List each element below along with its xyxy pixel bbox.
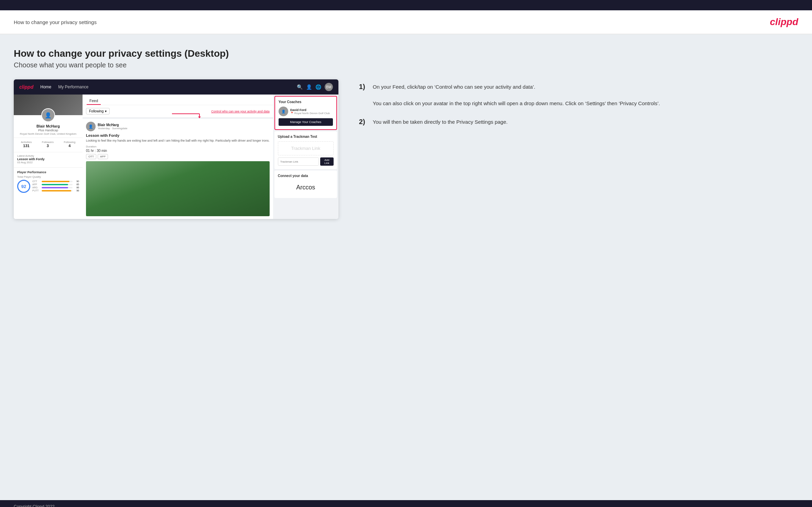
duration-value: 01 hr : 30 min [86, 149, 270, 153]
right-panel: Your Coaches 👤 David Ford 📍 Royal North … [273, 95, 338, 219]
step1-text: On your Feed, click/tap on ‘Control who … [373, 83, 660, 108]
profile-stats: Activities 131 Followers 3 Following 4 [14, 137, 83, 151]
activities-label: Activities [21, 141, 32, 144]
quality-score: 92 [17, 180, 30, 193]
post-image [86, 161, 270, 216]
clippd-logo: clippd [770, 16, 798, 27]
coach-name: David Ford [290, 108, 330, 112]
coach-row: 👤 David Ford 📍 Royal North Devon Golf Cl… [279, 107, 333, 116]
copyright: Copyright Clippd 2022 [14, 504, 55, 507]
profile-sidebar: 👤 Blair McHarg Plus Handicap Royal North… [14, 95, 83, 219]
feed-tab[interactable]: Feed [87, 97, 101, 105]
coaches-card: Your Coaches 👤 David Ford 📍 Royal North … [274, 96, 337, 130]
ott-fill [42, 181, 69, 182]
post-avatar: 👤 [86, 122, 96, 131]
control-privacy-link[interactable]: Control who can see your activity and da… [211, 110, 270, 113]
stat-followers: Followers 3 [42, 141, 54, 148]
search-icon[interactable]: 🔍 [297, 84, 303, 90]
app-mockup: clippd Home My Performance 🔍 👤 🌐 BM [14, 79, 338, 219]
coach-avatar: 👤 [279, 107, 288, 116]
profile-name: Blair McHarg [17, 124, 79, 128]
app-mockup-wrapper: clippd Home My Performance 🔍 👤 🌐 BM [14, 79, 338, 219]
profile-info: Blair McHarg Plus Handicap Royal North D… [14, 122, 83, 135]
instruction-step-2: 2) You will then be taken directly to th… [359, 118, 798, 126]
trackman-input-row: Add Link [278, 157, 334, 166]
coach-info: David Ford 📍 Royal North Devon Golf Club [290, 108, 330, 115]
arg-value: 86 [74, 186, 79, 189]
quality-row: 92 OTT 90 [17, 180, 79, 193]
post-date: Yesterday · Sunningdale [98, 127, 127, 130]
post-title: Lesson with Fordy [86, 133, 270, 137]
avatar[interactable]: BM [325, 83, 333, 91]
post-header: 👤 Blair McHarg Yesterday · Sunningdale [86, 122, 270, 131]
latest-activity-name: Lesson with Fordy [17, 157, 79, 161]
following-label: Following [64, 141, 75, 144]
trackman-card: Upload a Trackman Test Trackman Link Add… [274, 131, 337, 169]
arg-label: ARG [32, 186, 41, 189]
page-subtitle: Choose what you want people to see [14, 61, 798, 69]
connect-data-card: Connect your data Arccos [274, 170, 337, 198]
putt-fill [42, 190, 71, 191]
post-tags: OTT APP [86, 154, 270, 159]
post-image-bg [86, 161, 270, 216]
feed-follow-row: Following ▾ Control who can see your act… [83, 105, 273, 118]
bar-ott: OTT 90 [32, 180, 79, 183]
profile-badge: Plus Handicap [17, 129, 79, 132]
app-navbar: clippd Home My Performance 🔍 👤 🌐 BM [14, 79, 338, 95]
app-fill [42, 184, 68, 185]
tag-app: APP [98, 154, 108, 159]
post-author-info: Blair McHarg Yesterday · Sunningdale [98, 123, 127, 130]
player-performance-section: Player Performance Total Player Quality … [14, 167, 83, 196]
profile-avatar-wrap: 👤 [14, 108, 83, 122]
duration-label: Duration [86, 145, 270, 148]
arg-fill [42, 187, 68, 188]
manage-coaches-button[interactable]: Manage Your Coaches [279, 118, 333, 126]
chevron-down-icon: ▾ [105, 109, 107, 113]
app-logo: clippd [19, 84, 33, 90]
activities-value: 131 [21, 144, 32, 148]
trackman-input[interactable] [278, 157, 319, 166]
step1-line1: On your Feed, click/tap on ‘Control who … [373, 84, 535, 90]
nav-icons: 🔍 👤 🌐 BM [297, 83, 333, 91]
user-icon[interactable]: 👤 [306, 84, 312, 90]
nav-my-performance[interactable]: My Performance [58, 85, 88, 89]
footer: Copyright Clippd 2022 [0, 500, 812, 507]
feed-post: 👤 Blair McHarg Yesterday · Sunningdale L… [83, 119, 273, 219]
globe-icon[interactable]: 🌐 [315, 84, 321, 90]
followers-label: Followers [42, 141, 54, 144]
trackman-placeholder: Trackman Link [278, 141, 334, 155]
app-track [42, 184, 73, 185]
header: How to change your privacy settings clip… [0, 10, 812, 34]
content-row: clippd Home My Performance 🔍 👤 🌐 BM [14, 79, 798, 219]
quality-bars: OTT 90 APP [32, 180, 79, 192]
latest-label: Latest Activity [17, 154, 79, 157]
feed-tab-bar: Feed [83, 95, 273, 105]
ott-value: 90 [74, 180, 79, 183]
arccos-logo: Arccos [278, 180, 334, 195]
latest-activity-section: Latest Activity Lesson with Fordy 03 Aug… [14, 152, 83, 166]
add-link-button[interactable]: Add Link [320, 157, 334, 166]
main-content: How to change your privacy settings (Des… [0, 34, 812, 500]
top-bar [0, 0, 812, 10]
post-body: Looking to feel like my hands are exitin… [86, 139, 270, 143]
location-icon: 📍 [290, 112, 294, 115]
ott-label: OTT [32, 180, 41, 183]
quality-label: Total Player Quality [17, 175, 79, 178]
following-value: 4 [64, 144, 75, 148]
nav-home[interactable]: Home [40, 85, 51, 89]
coach-club: 📍 Royal North Devon Golf Club [290, 112, 330, 115]
instruction-step-1: 1) On your Feed, click/tap on ‘Control w… [359, 83, 798, 108]
app-value: 85 [74, 183, 79, 186]
arg-track [42, 187, 73, 188]
stat-following: Following 4 [64, 141, 75, 148]
ott-track [42, 181, 73, 182]
app-body: 👤 Blair McHarg Plus Handicap Royal North… [14, 95, 338, 219]
following-button[interactable]: Following ▾ [86, 108, 110, 114]
trackman-title: Upload a Trackman Test [278, 135, 334, 139]
bar-putt: PUTT 96 [32, 189, 79, 192]
putt-value: 96 [74, 189, 79, 192]
browser-title: How to change your privacy settings [14, 19, 97, 25]
step1-number: 1) [359, 83, 369, 91]
performance-title: Player Performance [17, 170, 79, 174]
putt-label: PUTT [32, 189, 41, 192]
